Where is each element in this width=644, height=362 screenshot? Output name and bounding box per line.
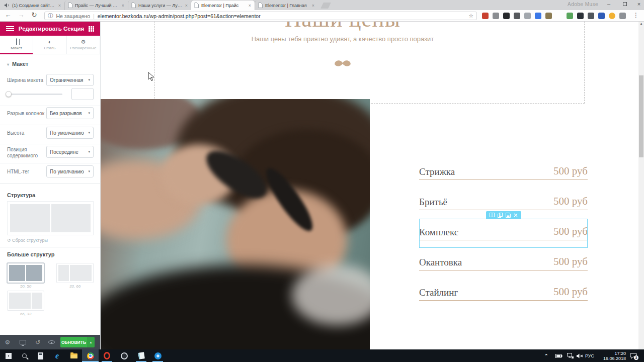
content-position-select[interactable]: Посередине ▾ (46, 146, 94, 158)
price-row[interactable]: Окантовка 500 руб (419, 252, 588, 270)
tab-elementor-home[interactable]: Elementor | Главная × (255, 1, 318, 10)
preview-scrollbar[interactable]: ▲ (638, 22, 644, 349)
tray-expand-chevron[interactable]: ⌃ (544, 349, 548, 362)
start-button[interactable] (0, 349, 17, 362)
section-more-structures-header: Больше структур (7, 251, 55, 257)
hamburger-menu-icon[interactable] (6, 26, 14, 31)
tab-close-icon[interactable]: × (185, 3, 188, 8)
taskbar-edge[interactable]: e (49, 349, 65, 362)
price-row[interactable]: Бритьё 500 руб (419, 192, 588, 210)
extension-icon-10[interactable] (577, 13, 584, 19)
tab-advanced[interactable]: ⚙ Расширенные (67, 36, 100, 54)
address-bar[interactable]: ⓘ Не защищено | elementor.bezkoda.ru/wp-… (44, 12, 477, 20)
section-outline[interactable] (154, 22, 585, 104)
taskbar-opera[interactable] (99, 349, 115, 362)
action-center-icon[interactable]: 3 (630, 349, 637, 362)
tab-close-icon[interactable]: × (248, 3, 252, 8)
extension-icon-9[interactable] (567, 13, 573, 19)
preview-eye-icon[interactable] (48, 340, 55, 344)
scrollbar-thumb[interactable] (639, 75, 643, 157)
settings-gear-icon[interactable]: ⚙ (4, 339, 11, 346)
widgets-grid-icon[interactable] (89, 26, 94, 32)
window-close-button[interactable]: × (632, 0, 644, 9)
new-tab-button[interactable] (320, 3, 331, 9)
layout-width-select[interactable]: Ограниченная ▾ (46, 74, 94, 86)
network-icon[interactable] (567, 349, 574, 362)
contrast-icon: ◐ (48, 39, 52, 45)
obs-icon (121, 352, 128, 359)
barbershop-photo[interactable] (101, 99, 370, 349)
extension-icon-13[interactable] (609, 13, 615, 19)
taskbar-chrome-active[interactable] (82, 349, 99, 362)
mustache-divider-icon (334, 60, 351, 68)
reset-structure-link[interactable]: ↺ Сброс структуры (7, 238, 48, 243)
bookmark-star-icon[interactable]: ☆ (468, 13, 473, 19)
extension-icon-4[interactable] (514, 13, 520, 19)
taskbar-search[interactable] (16, 349, 33, 362)
update-options-caret[interactable]: ▴ (87, 337, 95, 347)
tab-title: Elementor | Главная (265, 3, 309, 8)
tab-services[interactable]: Наши услуги — Лучший × (128, 1, 191, 10)
info-icon[interactable]: ⓘ (48, 13, 53, 20)
page-heading[interactable]: Наши цены (101, 22, 585, 32)
extension-icon-12[interactable] (598, 13, 605, 19)
extension-icon-6[interactable] (535, 13, 541, 19)
responsive-monitor-icon[interactable] (20, 340, 26, 344)
extension-icon-5[interactable] (524, 13, 531, 19)
structure-option-33-66[interactable] (56, 263, 94, 283)
tab-close-icon[interactable]: × (58, 3, 61, 8)
tab-close-icon[interactable]: × (311, 3, 315, 8)
columns-gap-select[interactable]: Без разрывов ▾ (46, 107, 94, 119)
scroll-up-icon[interactable]: ▲ (638, 22, 644, 25)
taskbar-explorer[interactable] (65, 349, 82, 362)
edge-icon: e (55, 351, 59, 360)
volume-muted-icon[interactable] (577, 349, 583, 362)
width-slider-handle[interactable] (6, 91, 12, 97)
width-slider-track[interactable] (7, 94, 62, 95)
price-row[interactable]: Стайлинг 500 руб (419, 283, 588, 301)
tab-price[interactable]: Прайс — Лучший Барб × (64, 1, 128, 10)
window-minimize-button[interactable]: – (602, 0, 616, 9)
height-select[interactable]: По умолчанию ▾ (46, 127, 94, 139)
update-button[interactable]: ОБНОВИТЬ (60, 337, 87, 347)
duplicate-icon[interactable] (498, 213, 503, 218)
delete-x-icon[interactable] (514, 213, 518, 217)
tab-youtube[interactable]: (1) Создание сайтов на × (1, 1, 64, 10)
refresh-icon[interactable]: ↻ (29, 11, 39, 19)
tab-elementor-price-active[interactable]: Elementor | Прайс × (191, 1, 255, 10)
panel-title: Редактировать Секция (14, 26, 89, 32)
page-subtitle[interactable]: Наши цены тебя приятно удивят, а качеств… (101, 35, 585, 43)
back-icon[interactable]: ← (3, 11, 13, 19)
taskbar-blue-app[interactable] (149, 349, 166, 362)
structure-option-66-33[interactable] (7, 291, 44, 311)
taskbar-obs[interactable] (116, 349, 132, 362)
extension-icon-8[interactable] (556, 13, 562, 19)
url-divider: | (93, 13, 95, 19)
edit-columns-icon[interactable] (490, 213, 495, 217)
extension-icon-adblock[interactable] (482, 13, 489, 19)
html-tag-select[interactable]: По умолчанию ▾ (46, 165, 94, 177)
clock[interactable]: 17:20 16.06.2018 (602, 349, 626, 362)
tab-layout[interactable]: Макет (0, 36, 33, 54)
history-icon[interactable]: ↺ (34, 339, 41, 346)
window-restore-button[interactable] (618, 0, 632, 9)
tab-style[interactable]: ◐ Стиль (33, 36, 66, 54)
taskbar-calculator[interactable] (32, 349, 49, 362)
price-row[interactable]: Стрижка 500 руб (419, 162, 588, 180)
taskbar-notes-app[interactable] (133, 349, 149, 362)
extension-icon-14[interactable] (619, 13, 626, 19)
browser-menu-icon[interactable]: ⋮ (633, 12, 639, 19)
tab-close-icon[interactable]: × (121, 3, 125, 8)
save-icon[interactable] (506, 213, 511, 218)
extension-icon-3[interactable] (503, 13, 510, 19)
language-indicator[interactable]: РУС (585, 349, 594, 362)
structure-option-50-50[interactable] (7, 263, 44, 283)
structure-preview[interactable] (7, 201, 94, 235)
width-value-input[interactable] (71, 88, 94, 100)
extension-icon-11[interactable] (588, 13, 594, 19)
extension-icon-2[interactable] (493, 13, 499, 19)
battery-icon[interactable] (555, 349, 562, 362)
extension-icon-7[interactable] (545, 13, 552, 19)
tab-title: Наши услуги — Лучший (138, 3, 182, 8)
section-layout-header[interactable]: ▾Макет (7, 61, 28, 67)
